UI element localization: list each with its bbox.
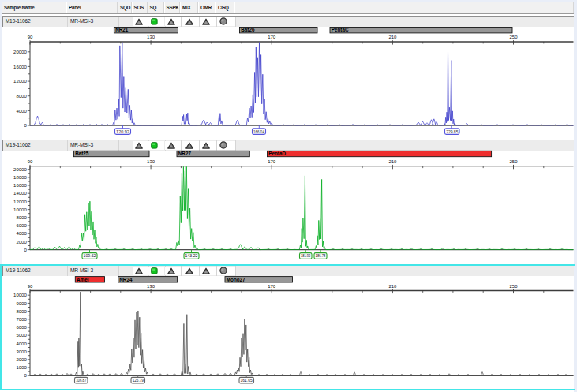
svg-text:Mono27: Mono27 <box>227 277 245 282</box>
svg-text:5000: 5000 <box>16 333 27 338</box>
svg-text:210: 210 <box>388 284 397 289</box>
svg-text:4000: 4000 <box>16 342 27 346</box>
svg-text:16000: 16000 <box>13 183 27 188</box>
svg-text:90: 90 <box>28 35 33 39</box>
svg-text:4000: 4000 <box>16 231 27 236</box>
svg-text:8000: 8000 <box>16 309 27 314</box>
svg-text:Bat26: Bat26 <box>241 27 255 32</box>
svg-text:20000: 20000 <box>13 50 27 54</box>
svg-text:0: 0 <box>24 123 27 128</box>
svg-text:10000: 10000 <box>13 207 27 212</box>
svg-text:14000: 14000 <box>13 191 27 196</box>
svg-text:250: 250 <box>509 284 518 289</box>
svg-text:0: 0 <box>24 248 27 252</box>
svg-text:12000: 12000 <box>13 200 27 204</box>
svg-text:1000: 1000 <box>16 365 27 370</box>
svg-text:106.87: 106.87 <box>76 378 86 383</box>
svg-text:125.79: 125.79 <box>133 378 144 383</box>
svg-text:90: 90 <box>28 159 33 164</box>
svg-text:20000: 20000 <box>13 167 27 172</box>
svg-text:170: 170 <box>268 284 276 289</box>
svg-text:7000: 7000 <box>16 317 27 322</box>
svg-text:210: 210 <box>388 35 397 39</box>
svg-text:170: 170 <box>268 35 276 39</box>
svg-text:18000: 18000 <box>13 175 27 180</box>
svg-text:16000: 16000 <box>13 65 27 69</box>
svg-text:186.78: 186.78 <box>316 253 326 258</box>
svg-text:2000: 2000 <box>16 357 27 362</box>
svg-text:6000: 6000 <box>16 223 27 228</box>
svg-text:3000: 3000 <box>16 349 27 354</box>
svg-text:210: 210 <box>388 159 397 164</box>
svg-text:130: 130 <box>147 159 155 164</box>
svg-text:6000: 6000 <box>16 325 27 330</box>
svg-text:9000: 9000 <box>16 301 27 306</box>
svg-text:0: 0 <box>24 373 27 378</box>
svg-text:Bat25: Bat25 <box>75 151 89 156</box>
svg-text:161.65: 161.65 <box>241 378 253 383</box>
svg-text:Amel: Amel <box>77 277 89 282</box>
svg-text:8000: 8000 <box>16 94 27 99</box>
svg-text:PentaC: PentaC <box>332 27 349 32</box>
svg-text:NR27: NR27 <box>178 151 192 156</box>
svg-text:NR24: NR24 <box>119 277 133 282</box>
svg-text:170: 170 <box>268 159 276 164</box>
svg-text:181.92: 181.92 <box>301 253 310 258</box>
svg-text:130: 130 <box>147 284 155 289</box>
svg-text:PentaD: PentaD <box>268 151 286 156</box>
svg-text:90: 90 <box>28 284 33 289</box>
svg-text:2000: 2000 <box>16 240 27 245</box>
svg-text:130: 130 <box>147 35 155 39</box>
svg-text:250: 250 <box>509 35 518 39</box>
svg-text:229.85: 229.85 <box>446 129 458 134</box>
svg-text:250: 250 <box>509 159 518 164</box>
svg-text:4000: 4000 <box>16 109 27 114</box>
svg-text:10000: 10000 <box>13 293 27 297</box>
svg-text:143.22: 143.22 <box>185 253 198 258</box>
svg-text:NR21: NR21 <box>115 27 129 32</box>
svg-text:109.62: 109.62 <box>84 253 96 258</box>
svg-text:12000: 12000 <box>13 79 27 84</box>
svg-text:166.04: 166.04 <box>253 129 264 134</box>
svg-text:8000: 8000 <box>16 215 27 220</box>
svg-text:120.92: 120.92 <box>116 129 129 134</box>
